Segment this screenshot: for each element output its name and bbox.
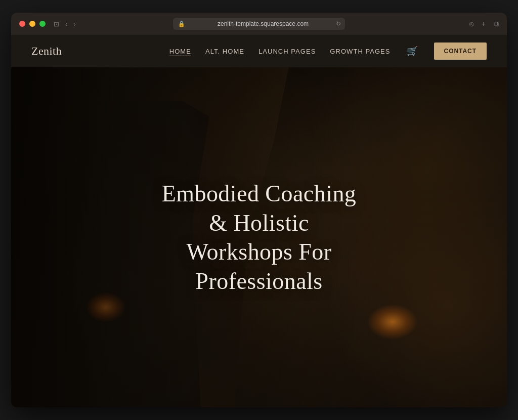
navbar: Zenith HOME ALT. HOME LAUNCH PAGES GROWT… bbox=[11, 35, 507, 67]
lock-icon: 🔒 bbox=[178, 21, 185, 27]
new-tab-icon[interactable]: + bbox=[482, 20, 486, 28]
back-button[interactable]: ‹ bbox=[65, 20, 67, 28]
contact-button[interactable]: CONTACT bbox=[434, 43, 487, 60]
title-bar: ⊡ ‹ › 🔒 ↻ ⎋ + ⧉ bbox=[11, 13, 507, 35]
maximize-button[interactable] bbox=[39, 21, 46, 27]
hero-text: Embodied Coaching & Holistic Workshops F… bbox=[153, 179, 365, 296]
url-input[interactable] bbox=[173, 18, 345, 30]
minimize-button[interactable] bbox=[29, 21, 35, 27]
title-bar-right-controls: ⎋ + ⧉ bbox=[469, 20, 499, 28]
hero-headline: Embodied Coaching & Holistic Workshops F… bbox=[153, 179, 365, 296]
close-button[interactable] bbox=[19, 21, 25, 27]
hero-section: Embodied Coaching & Holistic Workshops F… bbox=[11, 67, 507, 407]
nav-link-home[interactable]: HOME bbox=[169, 48, 191, 55]
address-bar-container: 🔒 ↻ bbox=[173, 18, 345, 30]
cart-icon[interactable]: 🛒 bbox=[407, 46, 418, 57]
window-icon[interactable]: ⊡ bbox=[54, 20, 59, 28]
traffic-lights bbox=[19, 21, 46, 27]
mac-window: ⊡ ‹ › 🔒 ↻ ⎋ + ⧉ Zenith HOME ALT. HOME LA… bbox=[11, 13, 507, 407]
nav-link-launch-pages[interactable]: LAUNCH PAGES bbox=[258, 48, 316, 55]
tile-icon[interactable]: ⧉ bbox=[494, 20, 499, 28]
site-content: Zenith HOME ALT. HOME LAUNCH PAGES GROWT… bbox=[11, 35, 507, 407]
nav-links: HOME ALT. HOME LAUNCH PAGES GROWTH PAGES… bbox=[169, 43, 487, 60]
brand-logo[interactable]: Zenith bbox=[31, 45, 62, 58]
nav-link-growth-pages[interactable]: GROWTH PAGES bbox=[330, 48, 390, 55]
nav-link-alt-home[interactable]: ALT. HOME bbox=[205, 48, 244, 55]
nav-controls: ⊡ ‹ › bbox=[54, 20, 76, 28]
forward-button[interactable]: › bbox=[73, 20, 75, 28]
refresh-icon[interactable]: ↻ bbox=[336, 20, 341, 27]
share-icon[interactable]: ⎋ bbox=[469, 20, 473, 28]
